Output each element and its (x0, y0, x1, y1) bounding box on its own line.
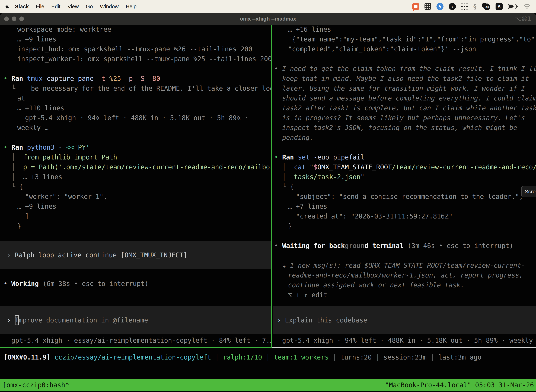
crescent-app-icon[interactable]: ‹ (449, 3, 456, 10)
menu-item-view[interactable]: View (64, 4, 82, 9)
text-segment: | (372, 354, 383, 361)
text-segment: • (274, 154, 282, 161)
text-segment: • (4, 144, 11, 151)
blank-line (4, 64, 272, 74)
blank-line (274, 54, 536, 64)
text-segment: is in progress? It seems likely but perh… (282, 114, 525, 122)
terminal-line: ↳ 1 new msg(s): read $OMX_TEAM_STATE_ROO… (274, 261, 536, 271)
text-segment: › (7, 317, 15, 324)
text-segment: tmux (27, 75, 43, 82)
blank-line (4, 133, 272, 143)
text-segment: I need to get the claim token from the c… (282, 65, 536, 73)
terminal-line: later. Using the same for transition mig… (274, 84, 536, 93)
text-segment: -p -S -80 (121, 75, 160, 82)
traffic-lights (4, 17, 24, 21)
terminal-line: │ tasks/task-2.json" (274, 172, 536, 182)
count-badge-icon[interactable]: ..61 (482, 3, 490, 10)
terminal-line: … +9 lines (4, 202, 272, 211)
terminal-line: … +7 lines (274, 202, 536, 211)
terminal-line: keep that in mind. Maybe I also need the… (274, 74, 536, 84)
text-segment: -t (94, 75, 105, 82)
apple-menu-icon[interactable] (5, 4, 10, 9)
app-grid-icon[interactable] (461, 2, 468, 10)
terminal-line: • Ran set -euo pipefail (274, 152, 536, 162)
terminal-line: gpt-5.4 xhigh · 94% left · 488K in · 5.1… (274, 336, 536, 345)
tmux-window-label[interactable]: [omx-cczip0:bash* (2, 381, 69, 389)
text-segment: └ (11, 85, 19, 92)
terminal-line: workspace_mode: worktree (4, 25, 272, 34)
tmux-pane-right[interactable]: … +16 lines'{"team_name":"my-team","task… (273, 25, 536, 347)
privacy-grid-icon[interactable] (425, 3, 431, 10)
text-segment: (6m 38s • esc to interrupt) (39, 280, 148, 288)
window-shortcut-hint: ⌥⌘1 (515, 15, 531, 22)
terminal-line: … +9 lines (4, 34, 272, 44)
terminal-line: gpt-5.4 xhigh · 94% left · 488K in · 5.1… (4, 113, 272, 123)
text-segment: inspect_worker-1: omx sparkshell --tmux-… (17, 55, 272, 63)
text-segment: • (4, 75, 11, 82)
blank-line (4, 269, 272, 279)
text-segment: from pathlib import Path (19, 154, 117, 161)
battery-charging-icon[interactable] (508, 2, 518, 10)
keyboard-a-icon[interactable]: A (496, 3, 502, 10)
window-titlebar: omx --xhigh --madmax ⌥⌘1 (0, 13, 536, 25)
menu-item-file[interactable]: File (32, 4, 48, 9)
text-segment: set (298, 154, 310, 161)
text-segment: › (277, 317, 285, 324)
terminal-line: "completed","claim_token":"claim-token"}… (274, 44, 536, 54)
text-segment: later. Using the same for transition mig… (282, 85, 525, 92)
menu-item-window[interactable]: Window (96, 4, 122, 9)
text-segment: session:23m (383, 354, 427, 361)
text-segment: "subject": "send a concise recommendatio… (296, 193, 523, 201)
blank-line (274, 251, 536, 261)
text-segment: [OMX#0.11.9] (4, 354, 54, 361)
text-segment: | (262, 354, 274, 361)
tmux-pane-divider[interactable] (271, 25, 272, 348)
zoom-button[interactable] (19, 17, 24, 21)
text-segment: readme-and-reco/mailbox/worker-1.json, a… (288, 271, 523, 279)
terminal-line: │ from pathlib import Path (4, 152, 272, 162)
menu-item-edit[interactable]: Edit (48, 4, 64, 9)
terminal-line: │ … +3 lines (4, 172, 272, 182)
text-segment: turns:20 (340, 354, 372, 361)
menu-item-slack[interactable]: Slack (13, 4, 32, 9)
wifi-icon[interactable] (523, 2, 531, 10)
terminal-line: weekly … (4, 123, 272, 133)
minimize-button[interactable] (12, 17, 16, 21)
seahorse-icon[interactable]: § (473, 2, 477, 10)
text-segment: └ (282, 183, 290, 191)
text-segment: cat (290, 163, 306, 171)
terminal-line: └ be necessary for the end of the README… (4, 84, 272, 93)
text-segment: "created_at": "2026-03-31T11:59:27.816Z" (296, 213, 453, 220)
text-segment: be necessary for the end of the README. … (19, 85, 272, 92)
bolt-app-icon[interactable] (436, 3, 444, 10)
text-segment: last:3m ago (438, 354, 482, 361)
text-segment: tasks/task-2.json (290, 173, 360, 181)
tmux-pane-left[interactable]: workspace_mode: worktree… +9 linesinspec… (0, 25, 272, 347)
text-segment: ⌥ + ↑ edit (288, 291, 327, 299)
menu-item-help[interactable]: Help (122, 4, 140, 9)
text-segment: • (4, 280, 11, 288)
text-segment: OMX_TEAM_STATE_ROOT (317, 163, 392, 171)
terminal-line: ⌥ + ↑ edit (274, 290, 536, 300)
text-segment: › (7, 251, 15, 259)
text-segment: pending. (282, 134, 314, 141)
badge-count: ..61 (483, 4, 490, 10)
menu-item-go[interactable]: Go (82, 4, 96, 9)
tmux-host-time: "MacBook-Pro-44.local" 05:03 31-Mar-26 (385, 381, 534, 389)
text-segment: } (288, 222, 292, 230)
terminal-line: gpt-5.4 xhigh · essay/ai-reimplementatio… (4, 336, 272, 345)
terminal-line: "created_at": "2026-03-31T11:59:27.816Z" (274, 211, 536, 221)
terminal-line: "worker": "worker-1", (4, 192, 272, 202)
text-segment: Ran (282, 154, 298, 161)
chat-app-icon[interactable] (412, 3, 419, 10)
prompt-suggestion[interactable]: › Explain this codebase (273, 306, 536, 334)
text-segment: groun (345, 242, 364, 250)
prompt-suggestion[interactable]: › Improve documentation in @filename (0, 306, 272, 334)
text-segment: python3 (27, 144, 54, 151)
text-segment: should send a message before completing … (282, 94, 536, 102)
window-title: omx --xhigh --madmax (0, 16, 536, 22)
close-button[interactable] (4, 17, 9, 21)
tmux-status-bar: [omx-cczip0:bash* "MacBook-Pro-44.local"… (0, 379, 536, 391)
prompt-suggestion[interactable]: › Ralph loop active continue [OMX_TMUX_I… (0, 241, 272, 269)
terminal-line: └ { (274, 182, 536, 192)
